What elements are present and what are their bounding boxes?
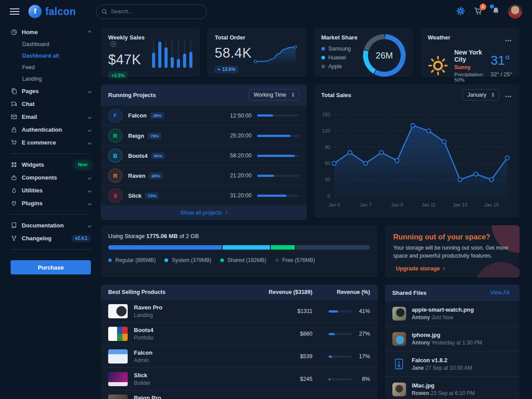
- product-name[interactable]: Boots4: [134, 327, 153, 333]
- sidebar-item-landing[interactable]: Landing: [11, 73, 91, 85]
- view-all-link[interactable]: View All: [487, 289, 512, 296]
- search-input[interactable]: [96, 4, 207, 19]
- card-menu-button[interactable]: [505, 34, 512, 44]
- file-user: Jane: [412, 365, 424, 371]
- chevron-down-icon: [88, 128, 91, 131]
- sidebar-item-documentation[interactable]: Documentation: [11, 219, 91, 232]
- file-name[interactable]: iMac.jpg: [412, 382, 475, 389]
- project-name[interactable]: Raven: [128, 172, 145, 179]
- file-time: 23 Sep at 6:10 PM: [430, 390, 474, 396]
- project-name[interactable]: Falcon: [128, 112, 147, 119]
- weather-card: Weather New York City Sunny Precipitatio…: [420, 27, 520, 77]
- dropdown-value: January: [467, 92, 486, 98]
- promo-body: Your storage will be running out soon. G…: [393, 244, 511, 260]
- ellipsis-icon: [505, 96, 507, 97]
- sidebar-item-email[interactable]: Email: [11, 110, 91, 123]
- sidebar-item-label: Email: [22, 113, 84, 120]
- legend-dot: [164, 258, 168, 262]
- sidebar-item-chat[interactable]: Chat: [11, 98, 91, 110]
- cart-icon: [11, 139, 17, 146]
- legend-item: Shared (192MB): [220, 256, 266, 265]
- legend-dot: [108, 258, 112, 262]
- svg-text:Jan 7: Jan 7: [360, 202, 372, 207]
- settings-gear-button[interactable]: [455, 6, 466, 18]
- sun-icon: [428, 55, 448, 76]
- main-content: Weekly Sales $47K +3.5% Total Order 58.4…: [100, 23, 532, 399]
- user-avatar[interactable]: [508, 4, 522, 19]
- purchase-button[interactable]: Purchase: [11, 260, 91, 274]
- show-all-projects-link[interactable]: Show all projects: [178, 209, 230, 216]
- card-title: Market Share: [321, 34, 358, 41]
- file-time: Yesterday at 1:30 PM: [431, 340, 482, 346]
- sidebar-item-label: Feed: [22, 64, 35, 70]
- project-time: 58:20:00: [230, 153, 252, 159]
- product-name[interactable]: Slick: [134, 372, 150, 379]
- sidebar-item-widgets[interactable]: Widgets Now: [11, 158, 91, 171]
- hamburger-menu-button[interactable]: [10, 7, 20, 16]
- sidebar-item-dashboard[interactable]: Dashboard: [11, 39, 91, 50]
- working-time-dropdown[interactable]: Working Time: [249, 89, 299, 101]
- notifications-bell-button[interactable]: [491, 6, 501, 17]
- product-name[interactable]: Reign Pro: [134, 395, 161, 399]
- sidebar-item-label: Dashboard: [22, 41, 49, 47]
- sidebar-item-home[interactable]: Home: [11, 26, 91, 39]
- product-name[interactable]: Falcon: [134, 349, 153, 356]
- shopping-cart-button[interactable]: 1: [473, 6, 484, 18]
- file-name[interactable]: iphone.jpg: [412, 332, 482, 338]
- project-name[interactable]: Slick: [128, 192, 141, 199]
- project-time: 21:20:00: [230, 172, 252, 179]
- card-menu-button[interactable]: [505, 90, 512, 100]
- file-name[interactable]: Falcon v1.8.2: [412, 357, 472, 364]
- chevron-right-icon: [442, 267, 445, 270]
- product-name[interactable]: Raven Pro: [134, 304, 162, 311]
- project-row: S Slick 70% 31:20:00: [101, 185, 307, 205]
- month-dropdown[interactable]: January: [462, 89, 499, 101]
- svg-text:Jan 9: Jan 9: [391, 202, 403, 207]
- file-name[interactable]: apple-smart-watch.png: [412, 306, 474, 313]
- sidebar-item-label: Changelog: [22, 235, 67, 242]
- sidebar-divider: [11, 214, 91, 215]
- sidebar-item-plugins[interactable]: Plugins: [11, 197, 91, 210]
- product-thumbnail: [108, 395, 128, 399]
- sidebar-item-dashboard-alt[interactable]: Dashboard alt: [11, 50, 91, 62]
- growth-badge: +3.5%: [108, 71, 128, 79]
- project-row: R Reign 79% 25:20:00: [101, 125, 307, 145]
- sidebar-item-components[interactable]: Components: [11, 171, 91, 184]
- chevron-down-icon: [88, 176, 91, 179]
- weather-precipitation: Precipitation: 50%: [454, 72, 485, 82]
- product-category[interactable]: Portfolio: [134, 335, 153, 341]
- storage-label: Using Storage: [108, 233, 145, 239]
- falcon-logo[interactable]: f falcon: [28, 5, 76, 18]
- sidebar-item-ecommerce[interactable]: E commerce: [11, 136, 91, 149]
- falcon-logo-icon: f: [28, 5, 42, 18]
- product-revenue: $860: [259, 331, 313, 337]
- project-name[interactable]: Boots4: [128, 153, 148, 159]
- sidebar-item-pages[interactable]: Pages: [11, 85, 91, 98]
- sidebar-item-feed[interactable]: Feed: [11, 62, 91, 73]
- project-percent-badge: 79%: [148, 133, 161, 139]
- upgrade-storage-link[interactable]: Upgrade storage: [393, 265, 447, 272]
- legend-item: Regular (895MB): [108, 256, 156, 265]
- sidebar-item-label: Home: [22, 29, 84, 35]
- sidebar-item-label: Plugins: [22, 200, 84, 207]
- weather-high-low: 32° / 25°: [491, 71, 512, 78]
- project-percent-badge: 70%: [145, 192, 159, 199]
- storage-card: Using Storage 1775.06 MB of 2 GB Regular…: [101, 225, 378, 278]
- product-category[interactable]: Landing: [134, 312, 162, 318]
- project-progress-bar: [257, 195, 299, 197]
- sidebar-item-changelog[interactable]: Changelog v2.4.1: [11, 232, 91, 245]
- product-thumbnail: [108, 349, 128, 364]
- product-category[interactable]: Admin: [134, 357, 153, 364]
- product-revenue-pct: 8%: [357, 376, 370, 382]
- list-item: iMac.jpg Rowen 23 Sep at 6:10 PM: [385, 376, 520, 399]
- sidebar-item-authentication[interactable]: Authentication: [11, 123, 91, 136]
- project-name[interactable]: Reign: [128, 133, 144, 139]
- product-category[interactable]: Builder: [134, 380, 150, 386]
- revenue-progress-bar: [329, 333, 352, 335]
- card-title: Running Projects: [108, 92, 156, 98]
- card-title: Total Sales: [321, 92, 352, 98]
- legend-item: Free (576MB): [275, 256, 315, 265]
- product-revenue-pct: 41%: [357, 308, 370, 314]
- help-icon[interactable]: [110, 41, 116, 47]
- sidebar-item-utilities[interactable]: Utilities: [11, 184, 91, 197]
